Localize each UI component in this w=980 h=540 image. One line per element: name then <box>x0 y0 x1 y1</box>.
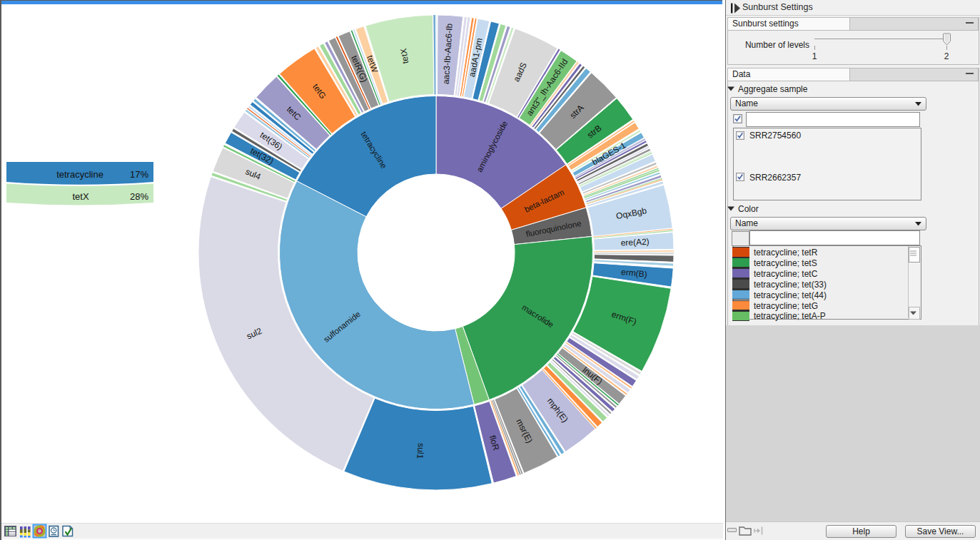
svg-text:tetX: tetX <box>72 191 89 202</box>
svg-text:sul1: sul1 <box>415 443 426 459</box>
svg-text:ere(A2): ere(A2) <box>620 237 650 248</box>
svg-text:17%: 17% <box>130 169 148 180</box>
svg-text:tetracycline: tetracycline <box>56 169 103 180</box>
svg-text:28%: 28% <box>130 191 148 202</box>
